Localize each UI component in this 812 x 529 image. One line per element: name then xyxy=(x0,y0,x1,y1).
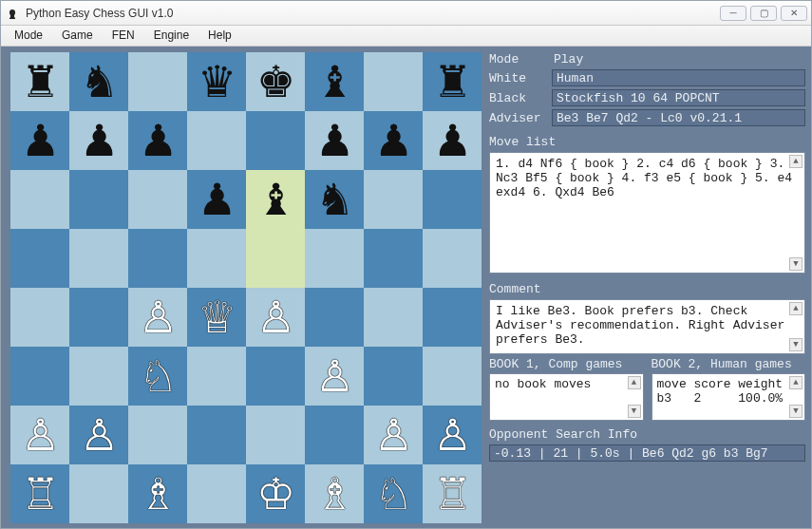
book1-box[interactable]: no book moves ▲ ▼ xyxy=(489,373,644,421)
square-h6[interactable] xyxy=(423,170,482,229)
scroll-down-icon[interactable]: ▼ xyxy=(628,405,641,418)
square-a8[interactable]: ♜ xyxy=(10,52,69,111)
scroll-down-icon[interactable]: ▼ xyxy=(789,405,803,418)
square-d7[interactable] xyxy=(187,111,246,170)
piece-p-h7[interactable]: ♟ xyxy=(433,119,472,162)
square-b1[interactable] xyxy=(69,464,128,523)
menu-help[interactable]: Help xyxy=(198,26,241,46)
square-c6[interactable] xyxy=(128,170,187,229)
square-b6[interactable] xyxy=(69,170,128,229)
square-a4[interactable] xyxy=(10,288,69,347)
scroll-down-icon[interactable]: ▼ xyxy=(789,257,803,271)
square-e2[interactable] xyxy=(246,406,305,464)
piece-b-e6[interactable]: ♝ xyxy=(256,178,295,221)
piece-p-c7[interactable]: ♟ xyxy=(139,119,178,162)
square-a6[interactable] xyxy=(10,170,69,229)
square-f7[interactable]: ♟ xyxy=(305,111,364,170)
piece-q-d8[interactable]: ♛ xyxy=(198,60,236,104)
square-c2[interactable] xyxy=(128,406,187,464)
close-button[interactable]: ✕ xyxy=(781,6,807,21)
scroll-up-icon[interactable]: ▲ xyxy=(789,302,803,315)
square-d1[interactable] xyxy=(187,464,246,523)
black-field[interactable]: Stockfish 10 64 POPCNT xyxy=(552,89,805,106)
square-d3[interactable] xyxy=(187,347,246,406)
square-h7[interactable]: ♟ xyxy=(423,111,482,170)
chess-board[interactable]: ♜♞♛♚♝♜♟♟♟♟♟♟♟♝♞♙♕♙♘♙♙♙♙♙♖♗♔♗♘♖ xyxy=(10,52,482,523)
square-d2[interactable] xyxy=(187,406,246,464)
book2-box[interactable]: move score weight b3 2 100.0% ▲ ▼ xyxy=(651,373,806,421)
square-f1[interactable]: ♗ xyxy=(305,464,364,523)
square-e3[interactable] xyxy=(246,347,305,406)
square-b7[interactable]: ♟ xyxy=(69,111,128,170)
piece-B-f1[interactable]: ♗ xyxy=(315,472,354,516)
square-e5[interactable] xyxy=(246,229,305,288)
square-g7[interactable]: ♟ xyxy=(364,111,423,170)
square-c8[interactable] xyxy=(128,52,187,111)
piece-r-h8[interactable]: ♜ xyxy=(433,60,472,104)
square-h2[interactable]: ♙ xyxy=(423,406,482,464)
square-g8[interactable] xyxy=(364,52,423,111)
square-f2[interactable] xyxy=(305,406,364,464)
comment-box[interactable]: I like Be3. Book prefers b3. Check Advis… xyxy=(489,299,805,354)
menu-engine[interactable]: Engine xyxy=(144,26,198,46)
piece-p-f7[interactable]: ♟ xyxy=(315,119,354,162)
square-d4[interactable]: ♕ xyxy=(187,288,246,347)
maximize-button[interactable]: ▢ xyxy=(750,6,777,21)
square-a5[interactable] xyxy=(10,229,69,288)
square-a3[interactable] xyxy=(10,347,69,406)
square-c7[interactable]: ♟ xyxy=(128,111,187,170)
menu-mode[interactable]: Mode xyxy=(5,26,52,46)
piece-p-d6[interactable]: ♟ xyxy=(198,178,236,221)
square-d5[interactable] xyxy=(187,229,246,288)
scroll-down-icon[interactable]: ▼ xyxy=(789,338,803,351)
square-f4[interactable] xyxy=(305,288,364,347)
piece-P-g2[interactable]: ♙ xyxy=(374,413,413,457)
square-b2[interactable]: ♙ xyxy=(69,406,128,464)
square-c3[interactable]: ♘ xyxy=(128,347,187,406)
piece-p-a7[interactable]: ♟ xyxy=(21,119,60,162)
square-e8[interactable]: ♚ xyxy=(246,52,305,111)
square-a7[interactable]: ♟ xyxy=(10,111,69,170)
piece-Q-d4[interactable]: ♕ xyxy=(198,295,236,339)
piece-k-e8[interactable]: ♚ xyxy=(256,60,295,104)
square-h5[interactable] xyxy=(423,229,482,288)
menu-game[interactable]: Game xyxy=(52,26,103,46)
square-g4[interactable] xyxy=(364,288,423,347)
square-b4[interactable] xyxy=(69,288,128,347)
white-field[interactable]: Human xyxy=(552,69,805,86)
square-g5[interactable] xyxy=(364,229,423,288)
square-c5[interactable] xyxy=(128,229,187,288)
piece-p-g7[interactable]: ♟ xyxy=(374,119,413,162)
square-a1[interactable]: ♖ xyxy=(10,464,69,523)
square-e7[interactable] xyxy=(246,111,305,170)
square-c4[interactable]: ♙ xyxy=(128,288,187,347)
piece-P-h2[interactable]: ♙ xyxy=(433,413,472,457)
piece-b-f8[interactable]: ♝ xyxy=(315,60,354,104)
piece-P-e4[interactable]: ♙ xyxy=(256,295,295,339)
piece-n-f6[interactable]: ♞ xyxy=(315,178,354,221)
square-f6[interactable]: ♞ xyxy=(305,170,364,229)
piece-p-b7[interactable]: ♟ xyxy=(80,119,119,162)
square-e1[interactable]: ♔ xyxy=(246,464,305,523)
square-c1[interactable]: ♗ xyxy=(128,464,187,523)
square-a2[interactable]: ♙ xyxy=(10,406,69,464)
scroll-up-icon[interactable]: ▲ xyxy=(628,376,641,389)
square-b8[interactable]: ♞ xyxy=(69,52,128,111)
square-h3[interactable] xyxy=(423,347,482,406)
piece-P-f3[interactable]: ♙ xyxy=(315,354,354,398)
piece-N-g1[interactable]: ♘ xyxy=(374,472,413,516)
piece-P-b2[interactable]: ♙ xyxy=(80,413,119,457)
square-b5[interactable] xyxy=(69,229,128,288)
piece-n-b8[interactable]: ♞ xyxy=(80,60,119,104)
piece-R-h1[interactable]: ♖ xyxy=(433,472,472,516)
square-g6[interactable] xyxy=(364,170,423,229)
piece-P-a2[interactable]: ♙ xyxy=(21,413,60,457)
square-g1[interactable]: ♘ xyxy=(364,464,423,523)
square-b3[interactable] xyxy=(69,347,128,406)
square-f3[interactable]: ♙ xyxy=(305,347,364,406)
movelist-box[interactable]: 1. d4 Nf6 { book } 2. c4 d6 { book } 3. … xyxy=(489,152,805,274)
square-h4[interactable] xyxy=(423,288,482,347)
square-h8[interactable]: ♜ xyxy=(423,52,482,111)
piece-B-c1[interactable]: ♗ xyxy=(139,472,178,516)
minimize-button[interactable]: ─ xyxy=(720,6,746,21)
